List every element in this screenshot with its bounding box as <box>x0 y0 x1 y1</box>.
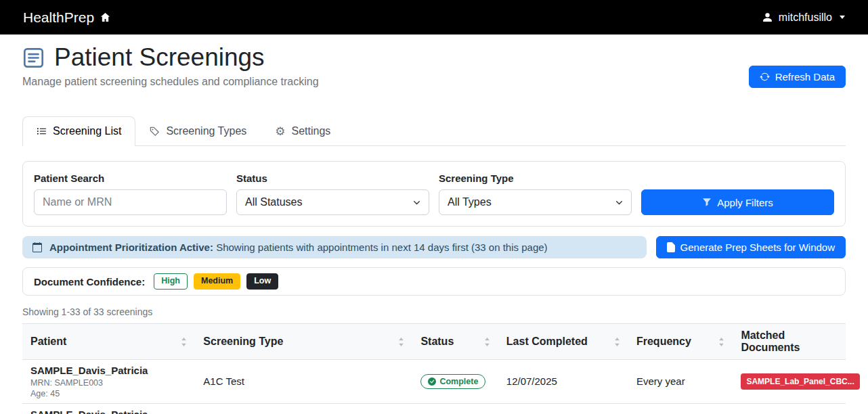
file-medical-icon <box>667 242 675 252</box>
sort-icon <box>484 338 490 346</box>
screening-type-cell: Colonoscopy <box>195 403 412 414</box>
header-patient[interactable]: Patient <box>22 324 195 360</box>
header-label: Matched Documents <box>741 329 838 354</box>
header-label: Last Completed <box>506 336 588 348</box>
user-menu[interactable]: mitchfusillo <box>762 12 845 24</box>
banner-row: Appointment Prioritization Active: Showi… <box>22 236 846 258</box>
tab-settings[interactable]: ⚙ Settings <box>261 116 345 146</box>
refresh-icon <box>760 72 770 82</box>
header-matched-documents[interactable]: Matched Documents <box>733 324 846 360</box>
page-container: Patient Screenings Manage patient screen… <box>0 34 868 414</box>
screening-type-select-value: All Types <box>448 196 492 208</box>
header-last-completed[interactable]: Last Completed <box>498 324 628 360</box>
tab-label: Settings <box>292 125 331 137</box>
check-circle-icon <box>428 377 436 386</box>
frequency-cell: Every year <box>628 360 733 404</box>
header-label: Patient <box>30 336 66 348</box>
header-status[interactable]: Status <box>412 324 498 360</box>
calendar-icon <box>32 242 43 253</box>
sort-icon <box>718 338 724 346</box>
patient-name: SAMPLE_Davis_Patricia <box>30 408 187 414</box>
list-icon <box>37 127 47 137</box>
last-completed-cell: 11/21/2025 <box>498 403 628 414</box>
confidence-badge-medium: Medium <box>194 273 240 290</box>
clipboard-list-icon <box>22 47 45 69</box>
confidence-legend: Document Confidence: High Medium Low <box>22 267 846 296</box>
patient-mrn: MRN: SAMPLE003 <box>30 378 187 388</box>
screening-type-select[interactable]: All Types <box>439 189 632 215</box>
banner-title: Appointment Prioritization Active: <box>49 242 213 253</box>
patient-search-label: Patient Search <box>34 172 227 184</box>
matched-documents-cell: SAMPLE_Lab_Panel_CBC... <box>733 360 846 404</box>
header-frequency[interactable]: Frequency <box>628 324 733 360</box>
page-title: Patient Screenings <box>22 43 319 72</box>
document-badge[interactable]: SAMPLE_Lab_Panel_CBC... <box>741 373 859 390</box>
top-navbar: HealthPrep mitchfusillo <box>0 0 868 34</box>
screening-type-label: Screening Type <box>439 172 632 184</box>
tab-label: Screening Types <box>166 125 246 137</box>
patient-search-input[interactable] <box>34 189 227 215</box>
tag-icon <box>150 127 160 137</box>
tab-screening-types[interactable]: Screening Types <box>135 116 261 146</box>
home-icon <box>100 12 110 22</box>
chevron-down-icon <box>413 199 420 206</box>
page-subtitle: Manage patient screening schedules and c… <box>22 76 319 88</box>
header-label: Status <box>420 336 454 348</box>
refresh-data-button[interactable]: Refresh Data <box>749 66 846 88</box>
person-icon <box>762 12 773 23</box>
patient-cell: SAMPLE_Davis_Patricia MRN: SAMPLE003 Age… <box>22 360 195 404</box>
patient-search-group: Patient Search <box>34 172 227 215</box>
filter-card: Patient Search Status All Statuses Scree… <box>22 161 846 227</box>
sort-icon <box>614 338 620 346</box>
patient-cell: SAMPLE_Davis_Patricia MRN: SAMPLE003 Age… <box>22 403 195 414</box>
brand-link[interactable]: HealthPrep <box>23 9 110 26</box>
status-filter-group: Status All Statuses <box>236 172 429 215</box>
table-row: SAMPLE_Davis_Patricia MRN: SAMPLE003 Age… <box>22 403 846 414</box>
status-cell: Complete <box>412 403 498 414</box>
funnel-icon <box>702 198 712 207</box>
generate-prep-sheets-button[interactable]: Generate Prep Sheets for Window <box>656 236 846 258</box>
table-header-row: Patient Screening Type Status Last Compl… <box>22 324 846 360</box>
tab-label: Screening List <box>53 125 121 137</box>
frequency-cell: Every 5 years <box>628 403 733 414</box>
title-block: Patient Screenings Manage patient screen… <box>22 43 319 88</box>
screenings-table: Patient Screening Type Status Last Compl… <box>22 323 846 414</box>
status-select-value: All Statuses <box>245 196 302 208</box>
tab-bar: Screening List Screening Types ⚙ Setting… <box>22 116 846 146</box>
header-label: Screening Type <box>203 336 283 348</box>
apply-filters-group: Apply Filters <box>641 172 834 215</box>
last-completed-cell: 12/07/2025 <box>498 360 628 404</box>
header-label: Frequency <box>636 336 691 348</box>
confidence-label: Document Confidence: <box>34 276 145 288</box>
status-cell: Complete <box>412 360 498 404</box>
status-badge: Complete <box>420 374 485 389</box>
header-screening-type[interactable]: Screening Type <box>195 324 412 360</box>
page-header: Patient Screenings Manage patient screen… <box>22 43 846 88</box>
chevron-down-icon <box>840 16 845 19</box>
patient-name: SAMPLE_Davis_Patricia <box>30 364 187 377</box>
screening-type-filter-group: Screening Type All Types <box>439 172 632 215</box>
prioritization-banner: Appointment Prioritization Active: Showi… <box>22 236 647 258</box>
refresh-data-label: Refresh Data <box>775 71 835 83</box>
brand-text: HealthPrep <box>23 9 94 26</box>
banner-text-wrap: Appointment Prioritization Active: Showi… <box>49 242 548 253</box>
status-select[interactable]: All Statuses <box>236 189 429 215</box>
sort-icon <box>181 338 187 346</box>
chevron-down-icon <box>615 199 623 206</box>
status-label: Status <box>236 172 429 184</box>
screening-type-cell: A1C Test <box>195 360 412 404</box>
status-label: Complete <box>439 377 478 386</box>
results-summary: Showing 1-33 of 33 screenings <box>22 306 846 317</box>
apply-filters-label: Apply Filters <box>717 197 773 208</box>
banner-text: Showing patients with appointments in ne… <box>216 242 547 253</box>
apply-filters-button[interactable]: Apply Filters <box>641 189 834 215</box>
confidence-badge-low: Low <box>246 273 278 290</box>
gear-icon: ⚙ <box>275 126 285 137</box>
tab-screening-list[interactable]: Screening List <box>22 116 135 146</box>
confidence-badge-high: High <box>154 273 188 290</box>
table-row: SAMPLE_Davis_Patricia MRN: SAMPLE003 Age… <box>22 360 846 404</box>
matched-documents-cell: SAMPLE_Colonoscopy_Re... <box>733 403 846 414</box>
page-title-text: Patient Screenings <box>54 43 265 72</box>
patient-age: Age: 45 <box>30 389 187 399</box>
username: mitchfusillo <box>779 12 832 24</box>
